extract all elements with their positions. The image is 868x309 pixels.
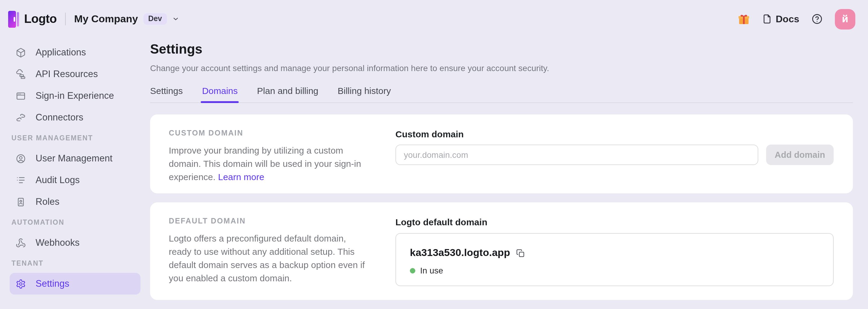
applications-icon	[14, 47, 27, 58]
tab-plan-and-billing[interactable]: Plan and billing	[257, 85, 318, 102]
sidebar-item-api-resources[interactable]: API Resources	[10, 63, 141, 85]
sign-in-experience-icon	[14, 91, 27, 101]
sidebar-item-label: API Resources	[36, 69, 98, 79]
sidebar-item-sign-in-experience[interactable]: Sign-in Experience	[10, 85, 141, 107]
logto-logo[interactable]: Logto	[8, 10, 57, 28]
custom-domain-description-text: Improve your branding by utilizing a cus…	[169, 145, 361, 182]
user-management-icon	[14, 153, 27, 164]
default-domain-field-label: Logto default domain	[396, 217, 834, 227]
page-description: Change your account settings and manage …	[150, 62, 853, 74]
tab-settings[interactable]: Settings	[150, 85, 183, 102]
custom-domain-section-title: CUSTOM DOMAIN	[169, 129, 396, 137]
sidebar-item-label: Audit Logs	[36, 175, 80, 185]
main-content: Settings Change your account settings an…	[150, 38, 868, 300]
sidebar-item-settings[interactable]: Settings	[10, 273, 141, 295]
page-title: Settings	[150, 40, 853, 59]
add-domain-button[interactable]: Add domain	[766, 144, 834, 165]
sidebar-section-user-management: USER MANAGEMENT	[10, 128, 141, 147]
sidebar-item-connectors[interactable]: Connectors	[10, 107, 141, 128]
avatar[interactable]: й	[835, 9, 855, 29]
sidebar-item-label: Roles	[36, 196, 59, 207]
docs-button[interactable]: Docs	[762, 13, 799, 24]
sidebar-item-applications[interactable]: Applications	[10, 41, 141, 63]
sidebar: Applications API Resources	[0, 38, 150, 295]
custom-domain-input[interactable]	[396, 144, 758, 165]
logo-wordmark: Logto	[24, 12, 57, 26]
header-actions: Docs й	[738, 9, 855, 29]
default-domain-box: ka313a530.logto.app In use	[396, 233, 834, 286]
sidebar-item-roles[interactable]: Roles	[10, 191, 141, 213]
header-divider	[65, 13, 66, 25]
sidebar-item-label: User Management	[36, 153, 113, 164]
custom-domain-card: CUSTOM DOMAIN Improve your branding by u…	[150, 114, 853, 193]
default-domain-section-title: DEFAULT DOMAIN	[169, 217, 396, 225]
sidebar-section-automation: AUTOMATION	[10, 213, 141, 232]
tab-domains[interactable]: Domains	[202, 85, 238, 102]
top-bar: Logto My Company Dev Docs	[0, 0, 868, 38]
env-badge: Dev	[144, 13, 167, 25]
in-use-status-dot	[410, 268, 415, 273]
sidebar-item-label: Settings	[36, 278, 69, 289]
sidebar-item-label: Sign-in Experience	[36, 90, 114, 101]
sidebar-item-label: Webhooks	[36, 237, 80, 248]
custom-domain-field-label: Custom domain	[396, 129, 834, 139]
help-icon[interactable]	[811, 13, 823, 25]
webhooks-icon	[14, 238, 27, 248]
settings-gear-icon	[14, 279, 27, 289]
sidebar-item-user-management[interactable]: User Management	[10, 147, 141, 169]
sidebar-item-webhooks[interactable]: Webhooks	[10, 232, 141, 253]
tenant-name[interactable]: My Company	[74, 13, 138, 25]
default-domain-description: Logto offers a preconfigured default dom…	[169, 232, 370, 285]
sidebar-item-audit-logs[interactable]: Audit Logs	[10, 169, 141, 191]
default-domain-value: ka313a530.logto.app	[410, 247, 510, 259]
tab-billing-history[interactable]: Billing history	[338, 85, 391, 102]
connectors-icon	[14, 112, 27, 123]
sidebar-item-label: Connectors	[36, 112, 84, 123]
default-domain-card: DEFAULT DOMAIN Logto offers a preconfigu…	[150, 202, 853, 300]
tab-bar: Settings Domains Plan and billing Billin…	[150, 85, 853, 102]
sidebar-section-tenant: TENANT	[10, 253, 141, 273]
api-resources-icon	[14, 69, 27, 79]
learn-more-link[interactable]: Learn more	[218, 172, 264, 182]
document-icon	[762, 14, 772, 24]
chevron-down-icon[interactable]	[172, 15, 180, 23]
sidebar-item-label: Applications	[36, 47, 86, 58]
tab-bar-divider	[150, 102, 853, 103]
audit-logs-icon	[14, 175, 27, 185]
custom-domain-description: Improve your branding by utilizing a cus…	[169, 144, 370, 184]
roles-icon	[14, 197, 27, 207]
copy-icon[interactable]	[516, 248, 525, 258]
logto-door-icon	[8, 10, 19, 28]
app-window: Logto My Company Dev Docs	[0, 0, 868, 309]
gift-icon[interactable]	[738, 13, 750, 25]
docs-label: Docs	[776, 13, 799, 24]
in-use-status-label: In use	[420, 266, 443, 275]
